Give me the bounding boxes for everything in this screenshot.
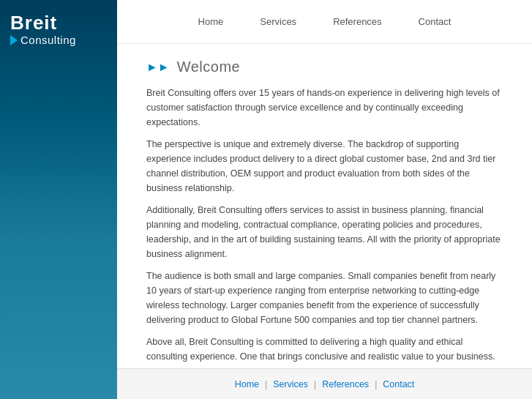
footer-nav: Home | Services | References | Contact	[117, 368, 532, 399]
main-area: Home Services References Contact ►► Welc…	[117, 0, 532, 399]
paragraph-1: Breit Consulting offers over 15 years of…	[146, 86, 503, 130]
footer-references[interactable]: References	[322, 379, 369, 389]
paragraph-3: Additionally, Breit Consulting offers se…	[146, 203, 503, 261]
footer-contact[interactable]: Contact	[383, 379, 414, 389]
paragraph-2: The perspective is unique and extremely …	[146, 137, 503, 195]
nav-references[interactable]: References	[333, 16, 381, 27]
welcome-header: ►► Welcome	[146, 59, 503, 75]
logo-consulting-row: Consulting	[10, 34, 76, 46]
nav-contact[interactable]: Contact	[419, 16, 452, 27]
top-nav: Home Services References Contact	[117, 0, 532, 44]
logo-consulting: Consulting	[20, 34, 76, 46]
logo-container: Breit Consulting	[10, 13, 76, 46]
paragraph-5: Above all, Breit Consulting is committed…	[146, 335, 503, 364]
logo-breit: Breit	[10, 13, 57, 32]
footer-sep-3: |	[375, 379, 377, 389]
welcome-title: Welcome	[177, 59, 241, 75]
footer-sep-2: |	[314, 379, 316, 389]
double-arrow-icon: ►►	[146, 61, 170, 74]
footer-services[interactable]: Services	[273, 379, 308, 389]
nav-home[interactable]: Home	[198, 16, 224, 27]
footer-sep-1: |	[265, 379, 267, 389]
nav-services[interactable]: Services	[260, 16, 296, 27]
logo-arrow-icon	[10, 35, 18, 45]
footer-home[interactable]: Home	[235, 379, 259, 389]
sidebar: Breit Consulting	[0, 0, 117, 399]
content-area: ►► Welcome Breit Consulting offers over …	[117, 44, 532, 368]
paragraph-4: The audience is both small and large com…	[146, 269, 503, 327]
